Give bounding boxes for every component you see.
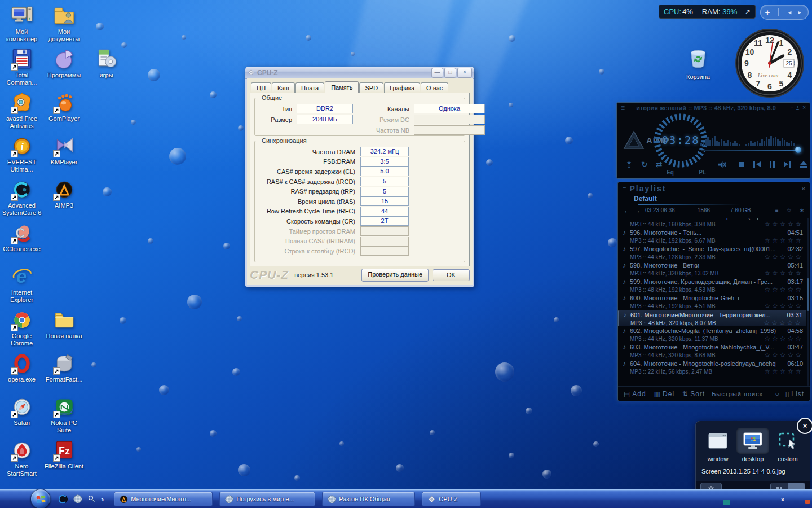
desktop-icon-everest[interactable]: iEVEREST Ultima... [1, 134, 42, 173]
list-button[interactable]: ▯List [785, 390, 804, 398]
radio-icon[interactable] [625, 160, 633, 169]
close-button[interactable]: × [457, 68, 472, 78]
volume-slider-knob[interactable] [795, 147, 801, 153]
playlist-track[interactable]: ♪596. Многоточие - Тень...04:51MP3 :: 44… [618, 228, 806, 244]
quick-launch-app-icon[interactable] [59, 494, 68, 504]
desktop-icon-aimp[interactable]: AIMP3 [43, 177, 85, 209]
playlist-track[interactable]: ♪600. Многоточие - Mnogotochie-Greh_i03:… [618, 294, 806, 310]
tray-icon-close[interactable]: × [781, 497, 784, 503]
desktop-icon-gomplayer[interactable]: GomPlayer [43, 90, 85, 122]
cpuz-tab-SPD[interactable]: SPD [359, 82, 383, 93]
capture-option-window[interactable]: window [701, 428, 734, 462]
next-button[interactable] [784, 161, 791, 168]
playlist-header[interactable]: ≡ Playlist × [618, 182, 810, 195]
desktop-icon-nero[interactable]: Nero StartSmart [1, 438, 42, 478]
aimp-pin-button[interactable]: ± [796, 104, 800, 111]
track-rating-stars[interactable]: ☆☆☆☆☆ [764, 335, 803, 343]
playlist-track[interactable]: ♪595. Многоточие - Осень... Чики Гриммы … [618, 218, 806, 228]
quick-launch-globe-icon[interactable] [73, 494, 82, 503]
settings-icon[interactable]: ∗ [800, 207, 804, 213]
track-rating-stars[interactable]: ☆☆☆☆☆ [764, 367, 803, 375]
playlist-track[interactable]: ♪599. Многоточие, Краснодеревщик, Диман … [618, 277, 806, 294]
gadget-nav-arrows[interactable]: ◄ ► [787, 10, 804, 15]
cpuz-tab-ЦП[interactable]: ЦП [251, 82, 271, 93]
stop-button[interactable] [739, 162, 744, 167]
track-rating-stars[interactable]: ☆☆☆☆☆ [764, 319, 802, 327]
recycle-bin[interactable]: Корзина [681, 45, 715, 81]
aimp-titlebar[interactable]: ≡ итория желаний :: MP3 :: 48 kHz, 320 k… [617, 103, 810, 112]
desktop-icon-programs[interactable]: Программы [43, 47, 85, 79]
tray-icon-teal[interactable] [723, 500, 730, 505]
previous-button[interactable] [753, 161, 761, 168]
delete-button[interactable]: ▥Del [654, 390, 674, 398]
desktop-icon-safari[interactable]: Safari [1, 395, 42, 427]
track-rating-stars[interactable]: ☆☆☆☆☆ [764, 237, 803, 244]
cpuz-tab-О нас[interactable]: О нас [421, 82, 448, 93]
quick-launch-picker-icon[interactable] [87, 494, 96, 503]
cpuz-titlebar[interactable]: CPU-Z — □ × [245, 67, 474, 79]
track-rating-stars[interactable]: ☆☆☆☆☆ [764, 302, 803, 310]
desktop-icon-total-commander[interactable]: Total Comman... [1, 47, 42, 86]
maximize-button[interactable]: □ [444, 68, 456, 78]
desktop-icon-avast[interactable]: avast! Free Antivirus [1, 90, 42, 130]
desktop-icon-folder[interactable]: Новая папка [43, 308, 85, 340]
playlist-track[interactable]: ♪598. Многоточие - Ветки05:41MP3 :: 44 k… [618, 261, 806, 277]
cpuz-tab-Плата[interactable]: Плата [295, 82, 324, 93]
quick-launch-expand-icon[interactable]: › [102, 495, 104, 503]
volume-icon[interactable] [717, 160, 727, 169]
nav-forward-icon[interactable]: → [634, 207, 641, 214]
desktop-icon-kmplayer[interactable]: KMPlayer [43, 134, 85, 166]
ok-button[interactable]: OK [433, 269, 470, 281]
taskbar-button--[interactable]: Многоточие/Многот... [114, 492, 213, 506]
playlist-track[interactable]: ♪603. Многоточие - Mnogotochie-Nahlobych… [618, 343, 806, 359]
start-button[interactable] [30, 489, 51, 508]
desktop-icon-my-documents[interactable]: Мои документы [43, 3, 85, 43]
desktop-icon-filezilla[interactable]: FzFileZilla Client [43, 438, 85, 470]
rating-icon[interactable]: ☆ [787, 207, 792, 213]
track-rating-stars[interactable]: ☆☆☆☆☆ [764, 351, 803, 359]
track-rating-stars[interactable]: ☆☆☆☆☆ [764, 253, 803, 261]
clock-gadget[interactable]: 123456789101112Live.com25 [734, 28, 805, 99]
playlist-track[interactable]: ♪604. Многоточие - Mnogotochie-poslednya… [618, 359, 806, 375]
playlist-track[interactable]: ♪602. Mnogotochie-Mogila_(Territoriya_zh… [618, 326, 806, 343]
expand-arrow-icon[interactable]: ↗ [745, 8, 751, 16]
gadget-controls[interactable]: + ◄ ► [760, 5, 809, 20]
desktop-icon-ie[interactable]: eInternet Explorer [1, 264, 42, 304]
scrollbar-thumb[interactable] [807, 278, 809, 311]
tab-default[interactable]: Default [634, 195, 657, 203]
nav-back-icon[interactable]: ← [624, 207, 630, 214]
desktop-icon-chrome[interactable]: Google Chrome [1, 308, 42, 347]
playlist-menu-icon[interactable]: ≡ [623, 185, 626, 192]
volume-slider-track[interactable] [701, 150, 798, 151]
cpu-ram-monitor-gadget[interactable]: CPU: 4% RAM: 39% ↗ [659, 5, 756, 19]
playlist-track[interactable]: ♪597. Mnogotochie_-_Some_Day-spaces_ru[(… [618, 244, 806, 261]
minimize-button[interactable]: — [431, 68, 443, 78]
desktop-icon-nokia[interactable]: Nokia PC Suite [43, 395, 85, 434]
desktop-icon-games[interactable]: игры [86, 47, 127, 79]
aimp-close-button[interactable]: × [802, 104, 806, 111]
shuffle-icon[interactable]: ⇄ [656, 160, 663, 169]
eject-button[interactable] [800, 161, 807, 168]
sort-button[interactable]: ⇅Sort [682, 390, 705, 398]
tray-icon-orange[interactable] [805, 500, 810, 504]
aimp-menu-icon[interactable]: ≡ [621, 104, 625, 112]
desktop-icon-opera[interactable]: opera.exe [1, 351, 42, 383]
search-icon[interactable]: ○ [775, 390, 779, 398]
screenshot-tool-close-button[interactable]: × [797, 418, 812, 434]
taskbar-button--[interactable]: Разгон ПК Общая [322, 492, 415, 506]
aimp-dock-button[interactable]: ▫ [791, 104, 793, 111]
desktop-icon-my-computer[interactable]: Мой компьютер [1, 3, 42, 43]
desktop-icon-systemcare[interactable]: Advanced SystemCare 6 [1, 177, 42, 217]
playlist-track-selected[interactable]: ♪601. Многоточие/Многоточие - Территория… [618, 310, 806, 326]
add-gadget-button[interactable]: + [765, 7, 770, 17]
track-rating-stars[interactable]: ☆☆☆☆☆ [764, 286, 803, 294]
desktop-icon-formatfactory[interactable]: FormatFact... [43, 351, 85, 383]
taskbar-button--[interactable]: Погрузись в мир е... [219, 492, 315, 506]
cpuz-tab-Кэш[interactable]: Кэш [272, 82, 295, 93]
repeat-icon[interactable]: ↻ [641, 160, 648, 169]
taskbar-button-cpu-z[interactable]: CPU-Z [422, 492, 481, 506]
desktop-icon-ccleaner[interactable]: CCCleaner.exe [1, 221, 42, 253]
validate-button[interactable]: Проверить данные [361, 269, 429, 282]
view-options-icon[interactable]: ≡ [775, 207, 779, 213]
playlist-scrollbar[interactable] [807, 218, 809, 386]
